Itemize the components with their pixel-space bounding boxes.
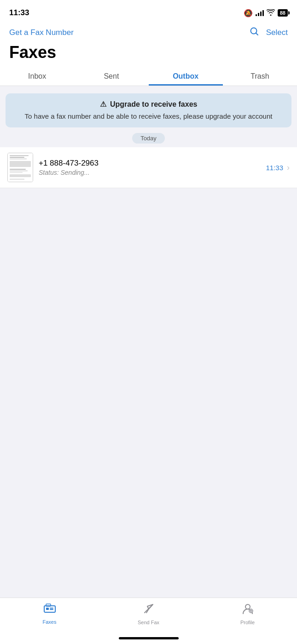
select-button[interactable]: Select [266,28,288,37]
header: Get a Fax Number Select Faxes [0,23,297,68]
send-fax-icon [143,603,155,618]
main-content: ⚠ Upgrade to receive faxes To have a fax… [0,86,297,598]
header-top: Get a Fax Number Select [9,27,288,41]
home-indicator [0,634,297,644]
svg-line-1 [256,33,258,35]
svg-point-9 [245,604,250,609]
fax-right: 11:33 › [266,163,290,172]
tab-inbox[interactable]: Inbox [0,68,74,86]
svg-rect-6 [46,604,51,606]
fax-time: 11:33 [266,164,283,172]
signal-icon [256,10,264,16]
header-actions: Select [250,27,288,38]
status-icons: 🔕 88 [244,9,288,17]
today-badge: Today [132,133,165,144]
nav-item-profile[interactable]: Profile [198,603,297,625]
fax-info: +1 888-473-2963 Status: Sending... [39,159,266,176]
svg-rect-4 [50,608,53,609]
nav-label-faxes: Faxes [43,619,57,625]
battery-icon: 88 [278,9,288,17]
nav-item-send-fax[interactable]: Send Fax [99,603,198,625]
fax-status: Status: Sending... [39,169,266,176]
wifi-icon [267,9,275,17]
upgrade-banner: ⚠ Upgrade to receive faxes To have a fax… [6,93,291,127]
fax-list: +1 888-473-2963 Status: Sending... 11:33… [0,147,297,188]
profile-icon [241,603,254,618]
page-title: Faxes [9,41,288,68]
status-bar: 11:33 🔕 88 [0,0,297,23]
bottom-nav: Faxes Send Fax Profile [0,598,297,634]
fax-thumbnail [7,153,33,182]
tab-outbox[interactable]: Outbox [149,68,223,86]
nav-label-send-fax: Send Fax [138,620,159,625]
nav-item-faxes[interactable]: Faxes [0,603,99,625]
fax-item[interactable]: +1 888-473-2963 Status: Sending... 11:33… [0,147,297,188]
svg-rect-2 [44,606,55,612]
svg-rect-5 [50,609,53,610]
tab-trash[interactable]: Trash [223,68,297,86]
chevron-right-icon: › [287,163,290,172]
svg-rect-3 [46,608,49,610]
status-time: 11:33 [9,8,29,17]
bell-slash-icon: 🔕 [244,9,253,17]
upgrade-banner-body: To have a fax number and be able to rece… [14,111,283,121]
fax-number: +1 888-473-2963 [39,159,266,168]
today-badge-wrapper: Today [0,133,297,144]
nav-label-profile: Profile [240,620,255,625]
faxes-icon [43,603,56,617]
home-bar [119,637,179,639]
get-fax-number-link[interactable]: Get a Fax Number [9,28,74,37]
warning-icon: ⚠ [100,100,106,108]
upgrade-banner-title: ⚠ Upgrade to receive faxes [14,100,283,109]
search-button[interactable] [250,27,259,38]
tab-sent[interactable]: Sent [74,68,148,86]
tabs-bar: Inbox Sent Outbox Trash [0,68,297,86]
